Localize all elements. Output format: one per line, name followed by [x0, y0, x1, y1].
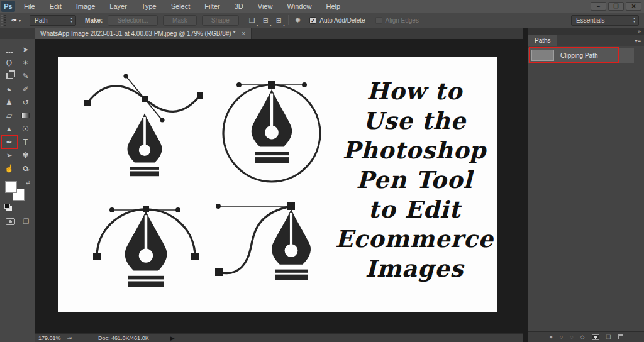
tab-close-icon[interactable]: ×	[242, 30, 245, 37]
align-edges-checkbox[interactable]	[375, 17, 382, 24]
foreground-color-swatch[interactable]	[5, 181, 17, 193]
toolbar-bottom: ❐	[6, 218, 30, 226]
hand-tool[interactable]: ☝	[1, 162, 18, 175]
crop-icon	[6, 73, 13, 79]
path-arrangement-icon[interactable]: ⊞▾	[276, 16, 282, 25]
menu-help[interactable]: Help	[326, 3, 341, 10]
panel-gap	[523, 28, 528, 342]
make-work-path-icon[interactable]: ◇	[580, 334, 585, 340]
tool-grid: ➤ Ϙ ✶ ✎ ▰ ✐ ♟ ↺ ▱ ▲ ☉ ✒ T ➢ ✾	[1, 43, 34, 175]
eraser-icon: ▱	[6, 111, 12, 120]
lasso-tool[interactable]: Ϙ	[1, 56, 18, 69]
menu-filter[interactable]: Filter	[204, 3, 219, 10]
headline-line: to Edit	[335, 195, 494, 224]
pen-tool[interactable]: ✒	[1, 135, 18, 148]
auto-add-delete-checkbox[interactable]: ✓	[309, 17, 316, 24]
collapse-panels-icon[interactable]: »	[638, 28, 641, 35]
crop-tool[interactable]	[1, 69, 18, 82]
canvas-headline: How to Use the Photoshop Pen Tool to Edi…	[335, 77, 494, 284]
menu-image[interactable]: Image	[76, 3, 96, 10]
menu-layer[interactable]: Layer	[109, 3, 127, 10]
canvas[interactable]: How to Use the Photoshop Pen Tool to Edi…	[58, 57, 497, 312]
menu-view[interactable]: View	[258, 3, 273, 10]
quick-mask-icon[interactable]	[6, 218, 15, 225]
path-row-clipping-path[interactable]: Clipping Path	[528, 48, 634, 63]
brush-icon: ✐	[22, 85, 28, 94]
eraser-tool[interactable]: ▱	[1, 109, 18, 122]
path-alignment-icon[interactable]: ⊟▾	[263, 16, 269, 25]
tool-preset-picker[interactable]: ✒ ▾	[11, 16, 21, 25]
default-colors-icon[interactable]	[4, 204, 10, 209]
illustration-arc-nib	[93, 206, 199, 287]
make-label: Make:	[85, 17, 103, 24]
menu-3d[interactable]: 3D	[235, 3, 243, 10]
menu-file[interactable]: File	[24, 3, 35, 10]
close-button[interactable]: ✕	[626, 2, 641, 11]
clone-stamp-tool[interactable]: ♟	[1, 96, 18, 109]
blur-tool[interactable]: ▲	[1, 122, 18, 135]
type-tool[interactable]: T	[18, 135, 34, 148]
marquee-icon	[6, 47, 13, 53]
gradient-icon	[21, 113, 30, 118]
zoom-tool[interactable]: Q	[18, 162, 34, 175]
spot-healing-brush-tool[interactable]: ▰	[1, 82, 18, 96]
swap-colors-icon[interactable]: ⇄	[26, 180, 30, 185]
history-brush-icon: ↺	[22, 98, 28, 107]
headline-line: Use the	[335, 106, 494, 136]
magic-wand-tool[interactable]: ✶	[18, 56, 34, 69]
window-controls: – ❐ ✕	[591, 2, 641, 11]
doc-size-info: Doc: 461.0K/461.0K	[98, 335, 149, 341]
workspace-select[interactable]: Essentials ▲▼	[571, 15, 639, 26]
new-path-icon[interactable]: ❏	[606, 334, 611, 340]
paths-panel-header: Paths ▾≡	[528, 35, 644, 46]
tool-mode-select[interactable]: Path ▲▼	[30, 15, 76, 26]
menu-type[interactable]: Type	[142, 3, 157, 10]
dodge-tool[interactable]: ☉	[18, 122, 34, 135]
paths-panel-footer: ● ○ ◌ ◇ ❏	[528, 331, 644, 342]
stroke-path-icon[interactable]: ○	[560, 334, 563, 340]
pen-tool-icon: ✒	[11, 16, 17, 25]
path-name: Clipping Path	[560, 52, 597, 59]
menu-select[interactable]: Select	[171, 3, 191, 10]
menu-window[interactable]: Window	[287, 3, 311, 10]
blur-icon: ▲	[6, 124, 13, 133]
eyedropper-tool[interactable]: ✎	[18, 69, 34, 82]
titlebar: Ps File Edit Image Layer Type Select Fil…	[0, 0, 644, 13]
fill-path-icon[interactable]: ●	[549, 334, 552, 340]
illustration-s-curve-nib	[84, 74, 203, 176]
brush-tool[interactable]: ✐	[18, 82, 34, 96]
zoom-level-field[interactable]: 179.01%	[38, 335, 61, 341]
panel-menu-icon[interactable]: ▾≡	[635, 38, 641, 44]
move-icon: ➤	[22, 45, 28, 54]
gradient-tool[interactable]	[18, 109, 34, 122]
restore-button[interactable]: ❐	[608, 2, 624, 11]
document-tab[interactable]: WhatsApp Image 2023-01-31 at 4.00.03 PM.…	[35, 28, 252, 39]
rectangular-marquee-tool[interactable]	[1, 43, 18, 56]
minimize-button[interactable]: –	[591, 2, 606, 11]
delete-path-icon[interactable]	[618, 334, 623, 339]
path-operations-icon[interactable]: ❏▾	[249, 16, 255, 25]
make-shape-button[interactable]: Shape	[202, 15, 239, 26]
path-thumbnail[interactable]	[531, 50, 554, 61]
load-selection-icon[interactable]: ◌	[570, 334, 573, 340]
menu-edit[interactable]: Edit	[50, 3, 62, 10]
stamp-icon: ♟	[6, 98, 13, 107]
screen-mode-icon[interactable]: ❐	[23, 218, 30, 226]
move-tool[interactable]: ➤	[18, 43, 34, 56]
custom-shape-tool[interactable]: ✾	[18, 148, 34, 162]
status-menu-arrow-icon[interactable]: ▶	[170, 335, 175, 341]
gear-icon[interactable]: ✸	[295, 16, 301, 25]
add-mask-icon[interactable]	[592, 334, 599, 340]
dodge-icon: ☉	[22, 124, 29, 133]
path-selection-tool[interactable]: ➢	[1, 148, 18, 162]
updown-arrows-icon: ▲▼	[630, 17, 636, 23]
history-brush-tool[interactable]: ↺	[18, 96, 34, 109]
tabbar-spacer	[0, 28, 35, 39]
make-selection-button[interactable]: Selection...	[108, 15, 157, 26]
headline-line: How to	[335, 77, 494, 106]
export-icon[interactable]: ⇥	[67, 335, 72, 341]
options-bar-grip[interactable]	[1, 15, 6, 26]
make-mask-button[interactable]: Mask	[163, 15, 197, 26]
tab-paths[interactable]: Paths	[528, 35, 557, 46]
pasteboard: How to Use the Photoshop Pen Tool to Edi…	[35, 39, 523, 333]
